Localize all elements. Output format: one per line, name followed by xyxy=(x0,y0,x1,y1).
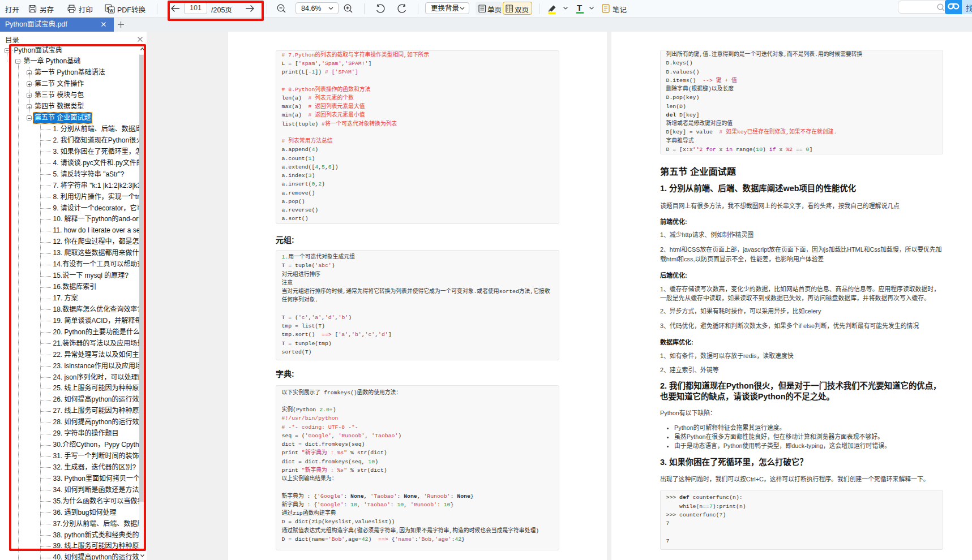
svg-text:W: W xyxy=(109,8,114,13)
